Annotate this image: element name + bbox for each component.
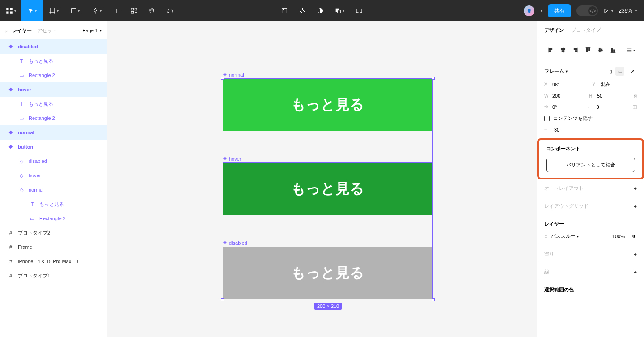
top-toolbar: ▾ ▾ ▾ ▾ ▾ <box>0 0 644 21</box>
design-tab[interactable]: デザイン <box>544 27 564 34</box>
text-tool-button[interactable] <box>107 0 125 21</box>
svg-rect-13 <box>131 11 134 13</box>
component-title: コンポーネント <box>546 145 580 152</box>
gap-icon: ≡ <box>544 128 551 132</box>
assets-tab[interactable]: アセット <box>37 27 57 34</box>
radius-input[interactable]: 0 <box>597 104 599 110</box>
height-input[interactable]: 50 <box>597 93 602 98</box>
zoom-control[interactable]: 235%▾ <box>619 8 637 14</box>
present-button[interactable]: ▾ <box>603 8 613 13</box>
resize-horizontal-icon[interactable]: ▭ <box>615 67 624 76</box>
resources-button[interactable] <box>125 0 143 21</box>
add-layout-grid-icon[interactable]: + <box>634 204 637 209</box>
layer-hover-component[interactable]: ❖hover <box>0 82 107 97</box>
frame-title[interactable]: フレーム ▾ <box>544 68 568 75</box>
pen-tool-button[interactable]: ▾ <box>86 0 107 21</box>
layer-disabled-component[interactable]: ❖disabled <box>0 39 107 54</box>
clip-content-checkbox[interactable] <box>544 116 550 121</box>
y-input[interactable]: 混在 <box>601 81 610 88</box>
svg-rect-32 <box>587 49 588 52</box>
layer-rectangle[interactable]: ▭Rectangle 2 <box>0 111 107 125</box>
resize-vertical-icon[interactable]: ▯ <box>606 67 615 76</box>
svg-marker-21 <box>605 9 608 13</box>
frame-tool-button[interactable]: ▾ <box>43 0 64 21</box>
selection-handle[interactable] <box>221 298 224 301</box>
layer-button-component[interactable]: ❖button <box>0 140 107 154</box>
page-selector[interactable]: Page 1▾ <box>82 28 102 33</box>
svg-rect-35 <box>599 48 601 52</box>
radius-icon: ⌐ <box>589 104 595 109</box>
align-bottom-icon[interactable] <box>607 45 619 55</box>
component-icon[interactable] <box>299 7 306 14</box>
shape-tool-button[interactable]: ▾ <box>64 0 86 21</box>
prototype-tab[interactable]: プロトタイプ <box>571 27 601 34</box>
rotation-input[interactable]: 0° <box>552 104 557 110</box>
blend-mode-icon: ○ <box>544 234 547 239</box>
fill-title: 塗り <box>544 251 554 257</box>
layers-tab[interactable]: レイヤー <box>12 27 32 34</box>
combine-as-variants-button[interactable]: バリアントとして結合 <box>546 158 635 172</box>
layer-text[interactable]: Tもっと見る <box>0 54 107 68</box>
dimensions-badge: 200 × 210 <box>314 303 342 310</box>
link-dimensions-icon[interactable]: ⎘ <box>634 93 637 98</box>
svg-rect-8 <box>72 9 76 13</box>
x-input[interactable]: 981 <box>552 82 560 87</box>
layer-rectangle[interactable]: ▭Rectangle 2 <box>0 211 107 226</box>
svg-rect-30 <box>575 51 577 52</box>
svg-rect-26 <box>561 49 565 50</box>
canvas[interactable]: ❖normal もっと見る ❖hover もっと見る ❖disabled もっと… <box>107 21 537 337</box>
align-left-icon[interactable] <box>544 45 557 55</box>
selection-handle[interactable] <box>432 298 435 301</box>
layer-instance[interactable]: ◇disabled <box>0 154 107 168</box>
layer-frame[interactable]: #iPhone 14 & 15 Pro Max - 3 <box>0 254 107 269</box>
layer-rectangle[interactable]: ▭Rectangle 2 <box>0 68 107 82</box>
add-stroke-icon[interactable]: + <box>634 269 637 275</box>
selection-handle[interactable] <box>221 77 224 80</box>
align-hcenter-icon[interactable] <box>557 45 569 55</box>
layer-text[interactable]: Tもっと見る <box>0 197 107 211</box>
stroke-title: 線 <box>544 269 549 275</box>
share-button[interactable]: 共有 <box>548 4 571 17</box>
edge-icon[interactable] <box>281 7 288 14</box>
move-tool-button[interactable]: ▾ <box>21 0 43 21</box>
svg-rect-3 <box>10 12 13 14</box>
search-icon[interactable]: ⌕ <box>5 28 8 33</box>
layer-frame[interactable]: #プロトタイプ1 <box>0 269 107 283</box>
distribute-icon[interactable]: ▾ <box>624 45 637 55</box>
visibility-icon[interactable]: 👁 <box>632 234 637 239</box>
blend-mode-select[interactable]: パススルー ▾ <box>551 233 579 239</box>
layer-instance[interactable]: ◇hover <box>0 168 107 183</box>
resize-fit-icon[interactable]: ⤢ <box>628 67 637 76</box>
align-vcenter-icon[interactable] <box>594 45 607 55</box>
component-label-normal: ❖normal <box>223 72 244 77</box>
layer-instance[interactable]: ◇normal <box>0 183 107 197</box>
gap-input[interactable]: 30 <box>554 127 559 132</box>
width-input[interactable]: 200 <box>552 93 560 98</box>
layout-grid-title: レイアウトグリッド <box>544 203 589 209</box>
link-icon[interactable] <box>355 8 363 14</box>
layer-text[interactable]: Tもっと見る <box>0 97 107 111</box>
align-right-icon[interactable] <box>569 45 582 55</box>
svg-rect-24 <box>549 51 551 52</box>
comment-tool-button[interactable] <box>161 0 179 21</box>
opacity-input[interactable]: 100% <box>612 234 625 239</box>
layer-frame[interactable]: #Frame <box>0 240 107 254</box>
svg-rect-1 <box>10 8 13 10</box>
user-avatar[interactable]: 👤 <box>524 5 534 16</box>
svg-rect-2 <box>6 12 8 14</box>
main-menu-button[interactable]: ▾ <box>0 0 21 21</box>
add-fill-icon[interactable]: + <box>634 252 637 257</box>
dev-mode-toggle[interactable]: </> <box>576 5 598 16</box>
svg-rect-12 <box>135 8 137 10</box>
component-section-highlight: コンポーネント バリアントとして結合 <box>537 138 644 179</box>
independent-corners-icon[interactable]: ◫ <box>632 104 637 110</box>
add-auto-layout-icon[interactable]: + <box>634 186 637 191</box>
boolean-icon[interactable]: ▾ <box>335 7 344 14</box>
layer-normal-component[interactable]: ❖normal <box>0 125 107 140</box>
layers-panel: ⌕ レイヤー アセット Page 1▾ ❖disabled Tもっと見る ▭Re… <box>0 21 107 337</box>
hand-tool-button[interactable] <box>143 0 161 21</box>
layer-frame[interactable]: #プロトタイプ2 <box>0 226 107 240</box>
mask-icon[interactable] <box>317 7 324 14</box>
align-top-icon[interactable] <box>582 45 594 55</box>
selection-handle[interactable] <box>432 77 435 80</box>
